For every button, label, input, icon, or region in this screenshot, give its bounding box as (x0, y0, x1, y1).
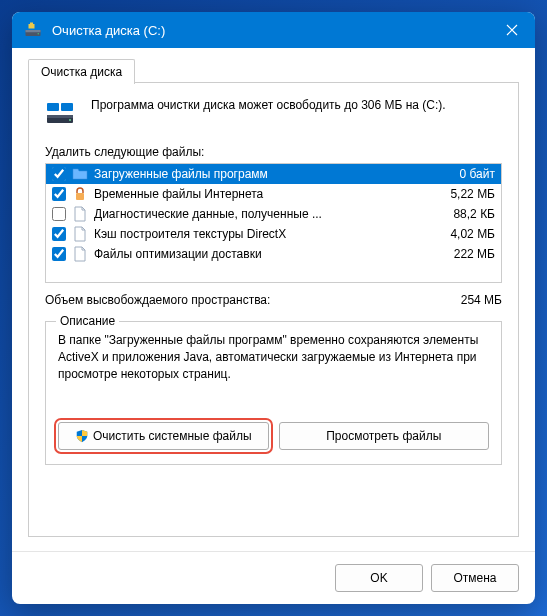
shield-icon (75, 429, 89, 443)
dialog-body: Очистка диска Программа очистки диска мо… (12, 48, 535, 551)
svg-rect-8 (76, 193, 84, 200)
file-checkbox[interactable] (52, 187, 66, 201)
file-name: Файлы оптимизации доставки (94, 247, 448, 261)
summary-label: Объем высвобождаемого пространства: (45, 293, 270, 307)
file-list-label: Удалить следующие файлы: (45, 145, 502, 159)
summary-row: Объем высвобождаемого пространства: 254 … (45, 293, 502, 307)
file-checkbox[interactable] (52, 247, 66, 261)
tab-strip: Очистка диска (28, 58, 519, 83)
file-icon (72, 226, 88, 242)
info-row: Программа очистки диска может освободить… (45, 97, 502, 129)
file-list-row[interactable]: Диагностические данные, полученные ...88… (46, 204, 501, 224)
file-size: 222 МБ (454, 247, 495, 261)
description-legend: Описание (56, 314, 119, 328)
file-list[interactable]: Загруженные файлы программ0 байтВременны… (45, 163, 502, 283)
description-text: В папке "Загруженные файлы программ" вре… (58, 332, 489, 408)
close-button[interactable] (489, 12, 535, 48)
disk-cleanup-window: Очистка диска (C:) Очистка диска Програм… (12, 12, 535, 604)
file-name: Временные файлы Интернета (94, 187, 444, 201)
info-text: Программа очистки диска может освободить… (91, 97, 446, 113)
ok-button[interactable]: OK (335, 564, 423, 592)
svg-rect-6 (47, 115, 73, 118)
titlebar: Очистка диска (C:) (12, 12, 535, 48)
dialog-footer: OK Отмена (12, 551, 535, 604)
tab-cleanup[interactable]: Очистка диска (28, 59, 135, 84)
file-size: 5,22 МБ (450, 187, 495, 201)
lock-icon (72, 186, 88, 202)
file-size: 4,02 МБ (450, 227, 495, 241)
file-checkbox[interactable] (52, 207, 66, 221)
drive-icon (45, 97, 77, 129)
svg-rect-4 (61, 103, 73, 111)
cancel-button[interactable]: Отмена (431, 564, 519, 592)
file-list-row[interactable]: Загруженные файлы программ0 байт (46, 164, 501, 184)
file-list-row[interactable]: Файлы оптимизации доставки222 МБ (46, 244, 501, 264)
panel-buttons: Очистить системные файлы Просмотреть фай… (58, 422, 489, 450)
file-size: 0 байт (460, 167, 495, 181)
tab-filler (135, 58, 519, 83)
file-size: 88,2 КБ (453, 207, 495, 221)
view-files-button[interactable]: Просмотреть файлы (279, 422, 490, 450)
file-name: Загруженные файлы программ (94, 167, 454, 181)
svg-point-7 (69, 119, 71, 121)
close-icon (506, 24, 518, 36)
svg-rect-1 (26, 30, 41, 32)
file-name: Кэш построителя текстуры DirectX (94, 227, 444, 241)
file-list-row[interactable]: Кэш построителя текстуры DirectX4,02 МБ (46, 224, 501, 244)
file-list-row[interactable]: Временные файлы Интернета5,22 МБ (46, 184, 501, 204)
window-title: Очистка диска (C:) (52, 23, 489, 38)
svg-rect-3 (47, 103, 59, 111)
tab-panel: Программа очистки диска может освободить… (28, 83, 519, 537)
description-fieldset: Описание В папке "Загруженные файлы прог… (45, 321, 502, 465)
disk-cleanup-icon (24, 21, 42, 39)
clean-system-files-label: Очистить системные файлы (93, 429, 252, 443)
file-icon (72, 206, 88, 222)
file-checkbox[interactable] (52, 227, 66, 241)
svg-point-2 (38, 33, 40, 35)
summary-value: 254 МБ (461, 293, 502, 307)
file-name: Диагностические данные, полученные ... (94, 207, 447, 221)
clean-system-files-button[interactable]: Очистить системные файлы (58, 422, 269, 450)
file-icon (72, 246, 88, 262)
folder-icon (72, 166, 88, 182)
file-checkbox[interactable] (52, 167, 66, 181)
